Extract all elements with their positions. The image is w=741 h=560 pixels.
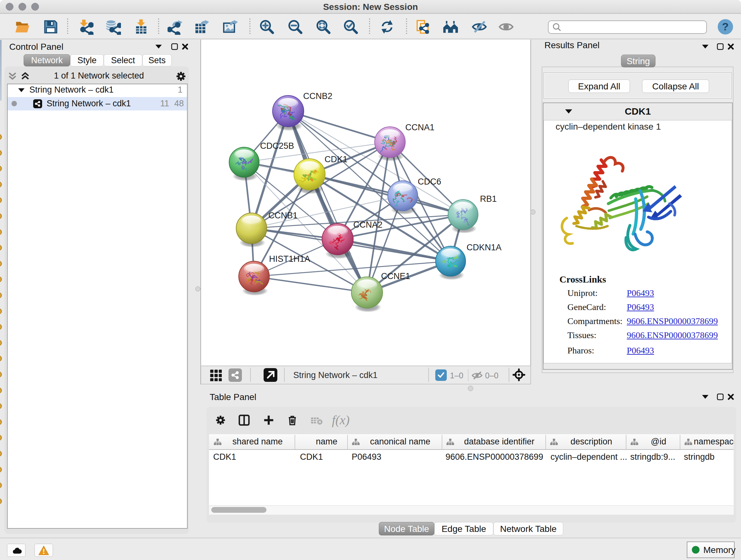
svg-text:CDC6: CDC6 (418, 177, 441, 186)
svg-text:CCNA1: CCNA1 (405, 123, 434, 132)
svg-text:CCNA2: CCNA2 (353, 220, 383, 230)
svg-text:CDK1: CDK1 (325, 154, 347, 164)
svg-text:CDKN1A: CDKN1A (467, 243, 502, 252)
svg-text:CCNB1: CCNB1 (268, 211, 298, 220)
svg-text:CDC25B: CDC25B (260, 141, 294, 151)
svg-text:CCNE1: CCNE1 (381, 271, 410, 281)
svg-text:CCNB2: CCNB2 (303, 91, 333, 101)
svg-text:HIST1H1A: HIST1H1A (269, 254, 310, 264)
svg-text:RB1: RB1 (480, 194, 497, 204)
